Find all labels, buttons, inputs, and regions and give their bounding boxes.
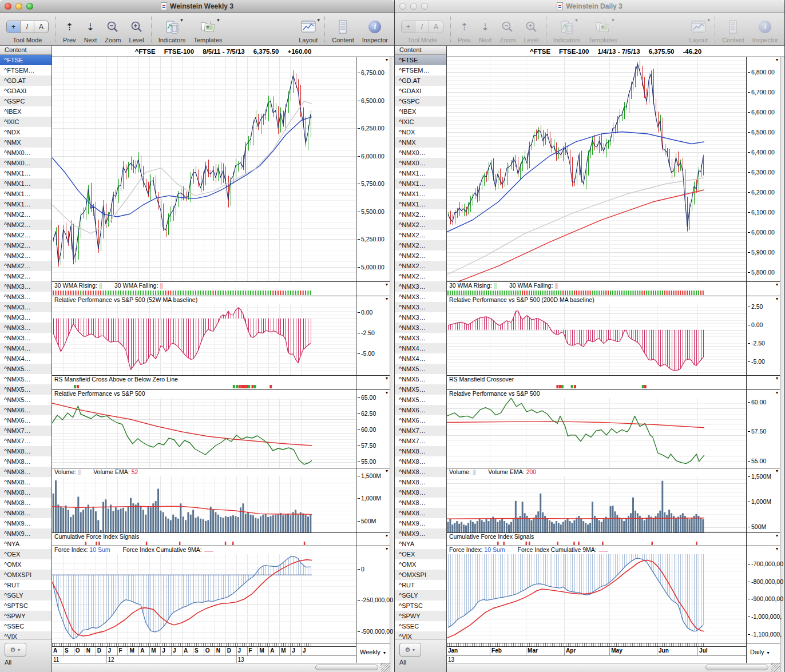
price-axis[interactable]: ▾6,800.006,700.006,600.006,500.006,400.0… <box>747 57 780 281</box>
templates-button[interactable]: ▼Templates <box>189 13 226 45</box>
volume-axis[interactable]: ▾1,500M1,000M500M <box>356 468 390 532</box>
inspector-button[interactable]: iInspector <box>358 13 392 45</box>
sidebar-symbol[interactable]: ^NYA <box>0 539 51 549</box>
sidebar-symbol[interactable]: ^NMX4… <box>0 343 51 353</box>
sidebar-symbol[interactable]: ^NMX9… <box>395 528 446 539</box>
sidebar-symbol[interactable]: ^NMX2… <box>0 261 51 271</box>
volume-canvas[interactable] <box>52 476 356 532</box>
close-button[interactable] <box>5 3 11 10</box>
sidebar-symbol[interactable]: ^SSEC <box>395 621 446 631</box>
symbol-list[interactable]: ^FTSE^FTSEM…^GD.AT^GDAXI^GSPC^IBEX^IXIC^… <box>0 55 51 639</box>
sidebar-symbol[interactable]: ^NMX1… <box>395 199 446 209</box>
sidebar-symbol[interactable]: ^GD.AT <box>395 75 446 86</box>
sidebar-symbol[interactable]: ^NMX0… <box>0 148 51 158</box>
rp-hist-axis[interactable]: ▾0.00-2.50-5.00 <box>356 296 390 375</box>
filter-label[interactable]: All <box>5 659 51 666</box>
inspector-button[interactable]: iInspector <box>748 13 782 45</box>
sidebar-symbol[interactable]: ^NMX5… <box>0 395 51 405</box>
layout-button[interactable]: ▼Layout <box>685 13 712 45</box>
period-label[interactable]: Daily <box>750 649 764 655</box>
sidebar-symbol[interactable]: ^NMX1… <box>0 199 51 209</box>
sidebar-symbol[interactable]: ^NMX1… <box>0 168 51 178</box>
sidebar-symbol[interactable]: ^NMX3… <box>395 292 446 302</box>
sidebar-symbol[interactable]: ^VIX <box>0 631 51 639</box>
sidebar-symbol[interactable]: ^NMX6… <box>0 405 51 415</box>
force-canvas[interactable] <box>52 554 356 643</box>
pane-menu-icon[interactable]: ▾ <box>386 390 388 395</box>
mansfield-canvas[interactable] <box>52 384 356 389</box>
sidebar-symbol[interactable]: ^NMX3… <box>395 333 446 343</box>
force-axis[interactable]: ▾0-250,000,00-500,000,00 <box>356 546 390 643</box>
sidebar-symbol[interactable]: ^NMX5… <box>395 364 446 374</box>
sidebar-symbol[interactable]: ^SGLY <box>0 590 51 601</box>
sidebar-symbol[interactable]: ^SPTSC <box>395 601 446 611</box>
zoom-in-button[interactable]: Level <box>125 13 148 45</box>
sidebar-symbol[interactable]: ^OMXSPI <box>395 570 446 580</box>
prev-button[interactable]: ⇡Prev <box>454 13 475 45</box>
prev-button[interactable]: ⇡Prev <box>59 13 80 45</box>
pane-menu-icon[interactable]: ▾ <box>776 282 778 287</box>
sidebar-symbol[interactable]: ^NMX8… <box>0 446 51 456</box>
sidebar-symbol[interactable]: ^NMX0… <box>395 148 446 158</box>
sidebar-symbol[interactable]: ^FTSEM… <box>395 65 446 75</box>
sidebar-symbol[interactable]: ^NMX5… <box>395 384 446 395</box>
tool-line-button[interactable]: / <box>415 21 429 33</box>
sidebar-symbol[interactable]: ^VIX <box>395 631 446 639</box>
volume-canvas[interactable] <box>447 476 746 532</box>
pane-menu-icon[interactable]: ▾ <box>386 533 388 538</box>
pane-menu-icon[interactable]: ▾ <box>386 546 388 551</box>
symbol-list[interactable]: ^FTSE^FTSEM…^GD.AT^GDAXI^GSPC^IBEX^IXIC^… <box>395 55 446 639</box>
minimize-button[interactable] <box>15 3 22 10</box>
tool-text-button[interactable]: A <box>34 21 48 33</box>
sidebar-symbol[interactable]: ^NDX <box>395 127 446 137</box>
pane-menu-icon[interactable]: ▾ <box>776 376 778 381</box>
sidebar-symbol[interactable]: ^IBEX <box>0 106 51 117</box>
period-selector[interactable]: Daily▾ <box>747 643 780 663</box>
resize-grip[interactable] <box>380 663 390 672</box>
sidebar-symbol[interactable]: ^NMX2… <box>395 271 446 281</box>
sidebar-symbol[interactable]: ^SPWY <box>0 611 51 621</box>
price-axis[interactable]: ▾6,750.006,500.006,250.006,000.005,750.0… <box>356 57 390 281</box>
sidebar-symbol[interactable]: ^NMX6… <box>0 415 51 426</box>
sidebar-symbol[interactable]: ^NMX8… <box>0 508 51 518</box>
sidebar-symbol[interactable]: ^NMX2… <box>395 230 446 240</box>
sidebar-symbol[interactable]: ^NMX4… <box>395 343 446 353</box>
sidebar-symbol[interactable]: ^NMX1… <box>395 189 446 199</box>
indicators-button[interactable]: ▼Indicators <box>549 13 585 45</box>
price-chart-canvas[interactable] <box>447 57 746 281</box>
sidebar-symbol[interactable]: ^NMX3… <box>0 292 51 302</box>
rp-line-axis[interactable]: ▾65.0062.5060.0057.5055.00 <box>356 390 390 468</box>
resize-grip[interactable] <box>771 663 780 672</box>
pane-menu-icon[interactable]: ▾ <box>776 57 778 62</box>
rp-hist-axis[interactable]: ▾2.500.00-2.50-5.00 <box>747 296 780 375</box>
sidebar-symbol[interactable]: ^NMX5… <box>395 374 446 384</box>
next-button[interactable]: ⇣Next <box>475 13 496 45</box>
sidebar-symbol[interactable]: ^NMX9… <box>0 518 51 528</box>
pane-menu-icon[interactable]: ▾ <box>386 376 388 381</box>
horizontal-scrollbar[interactable] <box>447 663 780 672</box>
sidebar-symbol[interactable]: ^NMX2… <box>0 250 51 261</box>
mansfield-canvas[interactable] <box>447 384 746 389</box>
rp-hist-canvas[interactable] <box>52 304 356 375</box>
pane-menu-icon[interactable]: ▾ <box>386 468 388 474</box>
sidebar-symbol[interactable]: ^NMX8… <box>395 446 446 456</box>
sidebar-symbol[interactable]: ^NDX <box>0 127 51 137</box>
zoom-out-button[interactable]: Zoom <box>495 13 520 45</box>
sidebar-symbol[interactable]: ^NMX8… <box>0 467 51 477</box>
sidebar-symbol[interactable]: ^NMX0… <box>0 158 51 168</box>
sidebar-symbol[interactable]: ^NMX8… <box>0 456 51 467</box>
force-axis[interactable]: ▾-700,000,00-800,000,00-900,000,00-1,000… <box>747 546 780 643</box>
pane-menu-icon[interactable]: ▾ <box>776 533 778 538</box>
wma-strip-canvas[interactable] <box>447 290 746 296</box>
sidebar-symbol[interactable]: ^OEX <box>0 549 51 559</box>
sidebar-symbol[interactable]: ^NMX8… <box>0 477 51 487</box>
zoom-window-button[interactable] <box>26 3 33 10</box>
pane-menu-icon[interactable]: ▾ <box>776 296 778 301</box>
rp-line-axis[interactable]: ▾60.0057.5055.00 <box>747 390 780 468</box>
sidebar-symbol[interactable]: ^NMX3… <box>0 312 51 323</box>
period-label[interactable]: Weekly <box>360 649 380 655</box>
sidebar-symbol[interactable]: ^NMX7… <box>395 436 446 446</box>
sidebar-symbol[interactable]: ^NMX8… <box>395 498 446 508</box>
sidebar-symbol[interactable]: ^NMX8… <box>395 487 446 498</box>
sidebar-symbol[interactable]: ^OEX <box>395 549 446 559</box>
